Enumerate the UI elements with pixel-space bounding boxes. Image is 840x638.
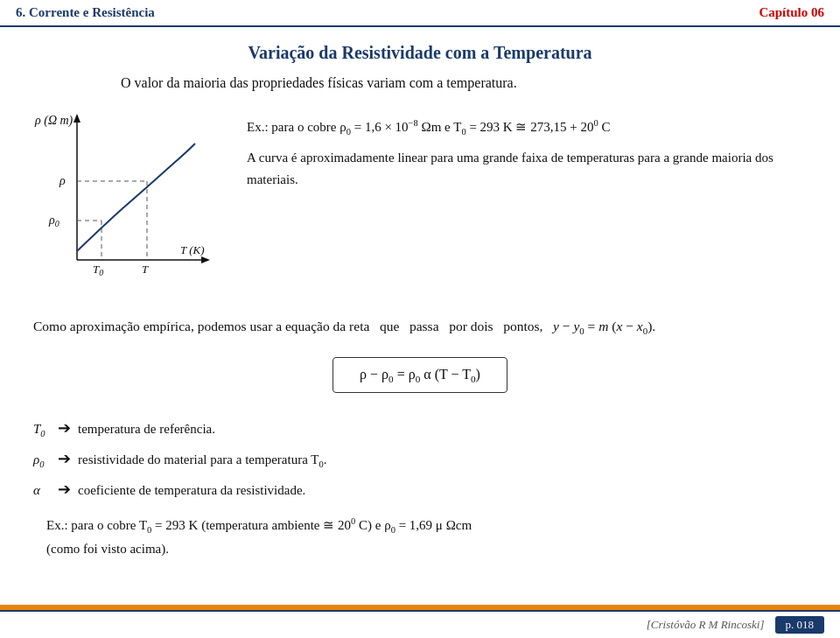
intro-text: O valor da maioria das propriedades físi… xyxy=(121,75,807,91)
arrow-icon-alpha: ➔ xyxy=(58,475,71,503)
svg-marker-3 xyxy=(201,256,210,263)
page-header: 6. Corrente e Resistência Capítulo 06 xyxy=(0,0,840,27)
example-1: Ex.: para o cobre ρ0 = 1,6 × 10−8 Ωm e T… xyxy=(247,116,807,140)
empirical-approx-text: Como aproximação empírica, podemos usar … xyxy=(33,315,807,340)
formula-box: ρ − ρ0 = ρ0 α (T − T0) xyxy=(332,357,508,393)
graph-area: ρ (Ω m) T (K) ρ ρ0 xyxy=(33,107,226,299)
svg-marker-1 xyxy=(74,114,80,123)
arrow-icon-rho0: ➔ xyxy=(58,445,71,473)
svg-text:T: T xyxy=(142,263,149,276)
list-item-alpha: α ➔ coeficiente de temperatura da resist… xyxy=(33,475,807,503)
curve-description: A curva é aproximadamente linear para um… xyxy=(247,147,807,192)
example-2: Ex.: para o cobre T0 = 293 K (temperatur… xyxy=(33,514,807,560)
formula-center: ρ − ρ0 = ρ0 α (T − T0) xyxy=(33,348,807,402)
svg-text:T0: T0 xyxy=(93,263,103,277)
section-title: Variação da Resistividade com a Temperat… xyxy=(33,43,807,63)
symbol-alpha: α xyxy=(33,479,51,502)
middle-section: Como aproximação empírica, podemos usar … xyxy=(33,315,807,560)
arrow-icon-t0: ➔ xyxy=(58,414,71,442)
svg-text:ρ0: ρ0 xyxy=(48,214,60,228)
symbol-rho0: ρ0 xyxy=(33,448,51,473)
page-footer: [Cristóvão R M Rincoski] p. 018 xyxy=(0,610,840,638)
chapter-number: Capítulo 06 xyxy=(759,5,824,20)
page-number: p. 018 xyxy=(775,616,825,634)
x-axis-label: T (K) xyxy=(180,243,205,256)
bottom-definitions: T0 ➔ temperatura de referência. ρ0 ➔ res… xyxy=(33,414,807,503)
symbol-t0: T0 xyxy=(33,417,51,443)
resistivity-graph: ρ (Ω m) T (K) ρ ρ0 xyxy=(33,107,226,299)
chapter-title: 6. Corrente e Resistência xyxy=(16,5,155,20)
graph-text-row: ρ (Ω m) T (K) ρ ρ0 xyxy=(33,107,807,299)
def-t0: temperatura de referência. xyxy=(78,417,215,441)
list-item-rho0: ρ0 ➔ resistividade do material para a te… xyxy=(33,445,807,473)
def-alpha: coeficiente de temperatura da resistivid… xyxy=(78,479,305,502)
svg-text:ρ: ρ xyxy=(59,174,66,187)
right-text-block: Ex.: para o cobre ρ0 = 1,6 × 10−8 Ωm e T… xyxy=(247,107,807,199)
formula-text: ρ − ρ0 = ρ0 α (T − T0) xyxy=(360,367,480,382)
y-axis-label: ρ (Ω m) xyxy=(34,114,74,128)
author-name: [Cristóvão R M Rincoski] xyxy=(647,618,765,632)
list-item-t0: T0 ➔ temperatura de referência. xyxy=(33,414,807,443)
def-rho0: resistividade do material para a tempera… xyxy=(78,448,326,473)
main-content: Variação da Resistividade com a Temperat… xyxy=(0,27,840,574)
